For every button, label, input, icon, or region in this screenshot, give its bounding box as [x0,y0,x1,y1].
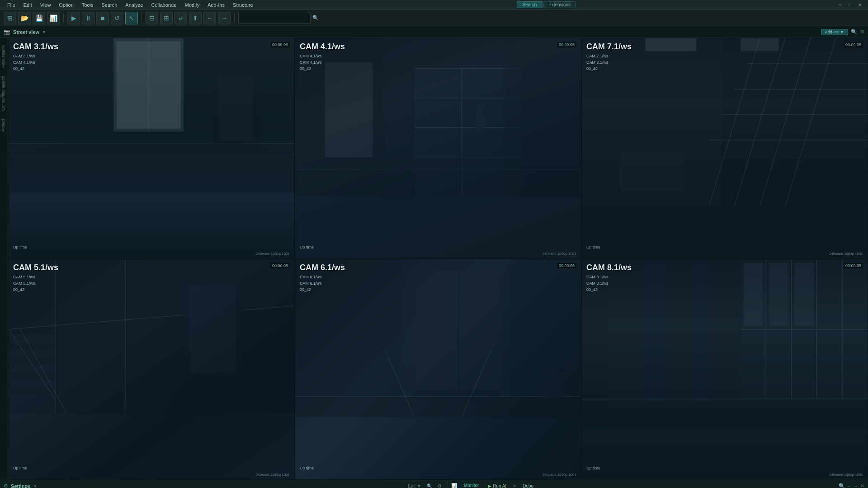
bottom-panel: ⚙ Settings ▼ Edit ▼ 🔍 ⚙ General Input la… [0,480,868,488]
camera-cell-5[interactable]: CAM 6.1/ws CAM 6.1/ws CAM 6.1/ws 00_42 0… [295,259,581,480]
cam1-label: CAM 3.1/ws [13,42,58,52]
camera-cell-2[interactable]: CAM 4.1/ws CAM 4.1/ws CAM 4.1/ws 00_42 0… [295,38,581,259]
extensions-btn[interactable]: Extensions [543,1,576,8]
cam5-stats: 240mb/s 1080p 1001 [542,473,576,477]
svg-point-22 [475,110,485,134]
cam2-label: CAM 4.1/ws [300,42,345,52]
tb-cursor-btn[interactable]: ↖ [125,12,138,24]
settings-search-icon[interactable]: 🔍 [425,483,434,488]
menu-view[interactable]: View [37,1,55,9]
cam3-timer: 00:00:05 [844,42,863,47]
settings-gear-icon: ⚙ [4,483,8,488]
menu-addins[interactable]: Add-Ins [204,1,228,9]
cam4-stats: 240mb/s 1080p 1001 [256,473,290,477]
cam5-sub: CAM 6.1/ws CAM 6.1/ws 00_42 [300,274,322,293]
win-min-btn[interactable]: ─ [835,0,844,9]
tb-refresh-btn[interactable]: ↺ [111,12,123,24]
run-ai-tab[interactable]: ▶ Run AI [485,483,509,488]
cam5-uptime: Up time [300,466,314,470]
svg-rect-57 [414,271,456,390]
toolbar-search-input[interactable] [238,13,311,23]
svg-rect-18 [325,62,373,158]
cam3-stats: 240mb/s 1080p 1001 [829,252,863,256]
search-btn[interactable]: Search [517,1,543,8]
menu-edit[interactable]: Edit [20,1,36,9]
close-tab-icon[interactable]: ✕ [513,483,516,488]
menu-modify[interactable]: Modify [181,1,203,9]
cam1-timer: 00:00:05 [270,42,290,47]
monitor-tab[interactable]: Monitor [461,482,481,488]
side-tab-car-search[interactable]: Car number search [0,72,8,114]
svg-point-23 [476,105,483,112]
win-max-btn[interactable]: □ [845,0,854,9]
cam6-timer: 00:00:05 [844,263,863,268]
cam4-timer: 00:00:05 [270,263,290,268]
monitor-panel: 📊 Monitor ▶ Run AI ✕ Debu 🔍 ← → ✕ [448,480,868,488]
win-close-btn[interactable]: ✕ [855,0,864,9]
tb-rotate-btn[interactable]: ⤾ [175,12,187,24]
svg-rect-47 [9,394,55,414]
cam1-uptime: Up time [13,245,27,249]
view-settings-icon[interactable]: ⚙ [860,29,864,35]
cam4-uptime: Up time [13,466,27,470]
svg-rect-80 [744,263,763,326]
settings-edit-btn[interactable]: Edit ▼ [406,483,423,488]
tb-nav-right-btn[interactable]: → [218,12,231,24]
toolbar-search-icon[interactable]: 🔍 [312,15,319,21]
tb-nav-left-btn[interactable]: ← [203,12,216,24]
monitor-nav-left-icon[interactable]: ← [847,483,852,488]
tb-export-btn[interactable]: ⬆ [189,12,202,24]
view-dropdown-icon[interactable]: ▼ [42,30,46,34]
tb-layout1-btn[interactable]: ⊟ [146,12,158,24]
view-search-icon[interactable]: 🔍 [851,29,857,35]
menu-collaborate[interactable]: Collaborate [147,1,180,9]
svg-rect-65 [545,372,563,399]
svg-rect-45 [9,364,55,373]
tb-play-btn[interactable]: ▶ [67,12,80,24]
camera-cell-4[interactable]: CAM 5.1/ws CAM 5.1/ws CAM 5.1/ws 00_42 0… [8,259,295,480]
menu-tools[interactable]: Tools [78,1,97,9]
svg-rect-52 [172,376,294,414]
camera-cell-1[interactable]: CAM 3.1/ws CAM 3.1/ws CAM 4.1/ws 00_42 0… [8,38,295,259]
tb-open-btn[interactable]: 📂 [18,12,31,24]
monitor-close-icon[interactable]: ✕ [860,483,864,488]
menu-bar: File Edit View Option Tools Search Analy… [0,0,868,10]
addins-btn[interactable]: Add-Ins ▼ [821,29,848,35]
side-tab-project[interactable]: Project [0,115,8,135]
camera-cell-6[interactable]: CAM 8.1/ws CAM 8.1/ws CAM 8.1/ws 00_42 0… [581,259,868,480]
toolbar-sep-2 [142,13,142,23]
svg-rect-66 [542,370,566,375]
cam4-sub: CAM 5.1/ws CAM 5.1/ws 00_42 [13,274,35,293]
svg-rect-7 [218,76,253,141]
monitor-search-icon[interactable]: 🔍 [839,483,845,488]
svg-rect-82 [794,263,813,326]
tb-save-btn[interactable]: 💾 [33,12,45,24]
cam3-sub: CAM 7.1/ws CAM 2.1/ws 00_42 [586,53,609,72]
menu-analyze[interactable]: Analyze [122,1,146,9]
view-header: 📷 Street view ▼ Add-Ins ▼ 🔍 ⚙ [0,26,868,38]
menu-search[interactable]: Search [98,1,121,9]
menu-structure[interactable]: Structure [229,1,257,9]
cam2-uptime: Up time [300,245,314,249]
tb-pause-btn[interactable]: ⏸ [82,12,94,24]
cam4-label: CAM 5.1/ws [13,263,58,272]
cam3-label: CAM 7.1/ws [586,42,632,52]
monitor-nav-right-icon[interactable]: → [854,483,859,488]
toolbar-sep-3 [234,13,235,23]
view-title: Street view [13,29,39,35]
debu-tab[interactable]: Debu [520,483,536,488]
camera-cell-3[interactable]: CAM 7.1/ws CAM 7.1/ws CAM 2.1/ws 00_42 0… [581,38,868,259]
cam2-sub: CAM 4.1/ws CAM 4.1/ws 00_42 [300,53,322,72]
settings-dropdown[interactable]: ▼ [33,484,37,488]
tb-new-btn[interactable]: ⊞ [4,12,16,24]
settings-options-icon[interactable]: ⚙ [436,483,443,488]
menu-file[interactable]: File [4,1,19,9]
view-cam-icon: 📷 [4,29,10,35]
side-tab-face-search[interactable]: Face search [0,42,8,71]
tb-graph-btn[interactable]: 📊 [47,12,60,24]
view-actions: Add-Ins ▼ 🔍 ⚙ [821,29,864,35]
monitor-actions: 🔍 ← → ✕ [839,483,864,488]
tb-layout2-btn[interactable]: ⊞ [160,12,173,24]
tb-stop-btn[interactable]: ■ [96,12,109,24]
menu-option[interactable]: Option [55,1,77,9]
